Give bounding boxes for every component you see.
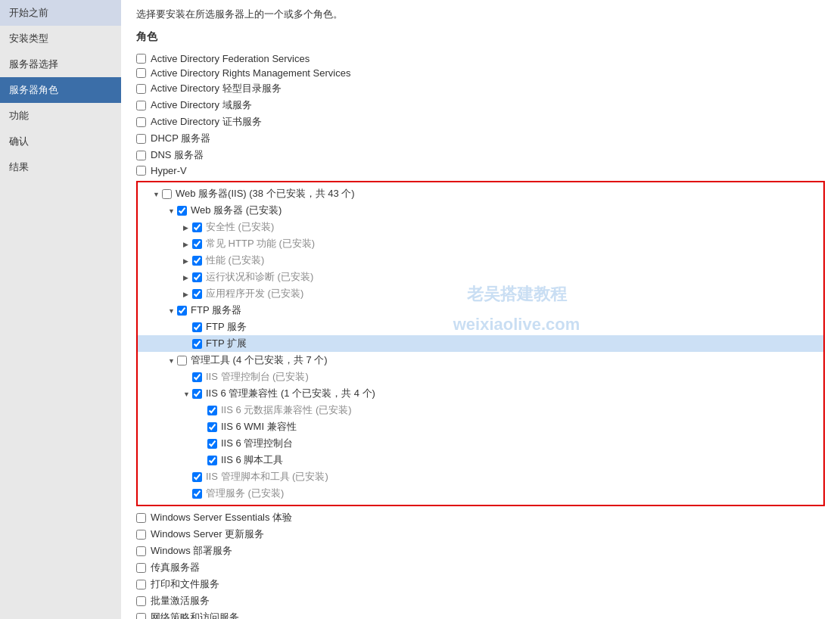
iis6-meta-checkbox[interactable] xyxy=(207,406,217,415)
iis6-compat-checkbox[interactable] xyxy=(192,389,202,399)
role-print-checkbox[interactable] xyxy=(136,580,146,589)
role-wds-checkbox[interactable] xyxy=(136,546,146,556)
role-nps[interactable]: 网络策略和访问服务 xyxy=(136,609,825,619)
iis6-mgmt-console-checkbox[interactable] xyxy=(207,439,217,449)
ftp-service-checkbox[interactable] xyxy=(192,322,202,332)
role-ad-lightweight[interactable]: Active Directory 轻型目录服务 xyxy=(136,80,825,97)
role-wsus-checkbox[interactable] xyxy=(136,530,146,540)
ftp-ext-row[interactable]: FTP 扩展 xyxy=(138,335,823,352)
web-server-checkbox[interactable] xyxy=(177,206,187,216)
mgmt-header[interactable]: 管理工具 (4 个已安装，共 7 个) xyxy=(138,352,823,369)
iis6-compat-expand-icon xyxy=(183,390,191,398)
perf-expand-icon xyxy=(183,257,191,265)
iis6-scripts-row[interactable]: IIS 6 脚本工具 xyxy=(138,452,823,468)
top-roles-list: Active Directory Federation Services Act… xyxy=(136,51,825,178)
role-ad-lightweight-checkbox[interactable] xyxy=(136,84,146,94)
iis6-meta-row[interactable]: IIS 6 元数据库兼容性 (已安装) xyxy=(138,402,823,418)
role-dns[interactable]: DNS 服务器 xyxy=(136,147,825,163)
web-server-header[interactable]: Web 服务器 (已安装) xyxy=(138,202,823,219)
sidebar-item-server-select[interactable]: 服务器选择 xyxy=(0,51,121,77)
iis-script-tools-row[interactable]: IIS 管理脚本和工具 (已安装) xyxy=(138,468,823,485)
ftp-service-row[interactable]: FTP 服务 xyxy=(138,319,823,335)
ftp-server-expand-icon xyxy=(168,306,176,315)
sidebar-item-install-type[interactable]: 安装类型 xyxy=(0,26,121,51)
role-print[interactable]: 打印和文件服务 xyxy=(136,576,825,593)
role-ad-federation[interactable]: Active Directory Federation Services xyxy=(136,51,825,66)
iis-expand-icon xyxy=(153,190,160,198)
security-checkbox[interactable] xyxy=(192,222,202,232)
role-dhcp[interactable]: DHCP 服务器 xyxy=(136,130,825,147)
health-checkbox[interactable] xyxy=(192,272,202,282)
health-expand-icon xyxy=(183,273,191,282)
role-nps-checkbox[interactable] xyxy=(136,613,146,620)
mgmt-checkbox[interactable] xyxy=(177,356,187,365)
mgmt-service-checkbox[interactable] xyxy=(192,489,202,499)
iis6-wmi-row[interactable]: IIS 6 WMI 兼容性 xyxy=(138,418,823,435)
bottom-roles-list: Windows Server Essentials 体验 Windows Ser… xyxy=(136,509,825,619)
ftp-ext-checkbox[interactable] xyxy=(192,339,202,349)
web-server-expand-icon xyxy=(168,207,176,215)
ftp-server-checkbox[interactable] xyxy=(177,306,187,316)
appdev-expand-icon xyxy=(183,290,191,298)
role-hyperv-checkbox[interactable] xyxy=(136,166,146,176)
iis6-compat-header[interactable]: IIS 6 管理兼容性 (1 个已安装，共 4 个) xyxy=(138,385,823,402)
role-wsus[interactable]: Windows Server 更新服务 xyxy=(136,526,825,543)
role-vol-activate-checkbox[interactable] xyxy=(136,596,146,606)
perf-checkbox[interactable] xyxy=(192,256,202,266)
role-win-essentials[interactable]: Windows Server Essentials 体验 xyxy=(136,509,825,526)
iis6-mgmt-console-row[interactable]: IIS 6 管理控制台 xyxy=(138,435,823,452)
iis-script-tools-checkbox[interactable] xyxy=(192,472,202,482)
role-wds[interactable]: Windows 部署服务 xyxy=(136,543,825,559)
role-ad-rights-checkbox[interactable] xyxy=(136,68,146,78)
appdev-checkbox[interactable] xyxy=(192,289,202,299)
sidebar-item-before-start[interactable]: 开始之前 xyxy=(0,0,121,26)
iis6-scripts-checkbox[interactable] xyxy=(207,456,217,465)
role-hyperv[interactable]: Hyper-V xyxy=(136,163,825,178)
iis-section: Web 服务器(IIS) (38 个已安装，共 43 个) Web 服务器 (已… xyxy=(136,181,825,506)
sidebar-item-confirm[interactable]: 确认 xyxy=(0,129,121,154)
http-row[interactable]: 常见 HTTP 功能 (已安装) xyxy=(138,235,823,252)
mgmt-service-row[interactable]: 管理服务 (已安装) xyxy=(138,485,823,502)
security-row[interactable]: 安全性 (已安装) xyxy=(138,219,823,235)
role-ad-cert-checkbox[interactable] xyxy=(136,117,146,127)
role-ad-domain-checkbox[interactable] xyxy=(136,101,146,110)
sidebar-item-features[interactable]: 功能 xyxy=(0,103,121,129)
ftp-server-header[interactable]: FTP 服务器 xyxy=(138,302,823,319)
role-ad-federation-checkbox[interactable] xyxy=(136,54,146,64)
role-ad-rights[interactable]: Active Directory Rights Management Servi… xyxy=(136,66,825,80)
role-ad-domain[interactable]: Active Directory 域服务 xyxy=(136,97,825,114)
iis-console-row[interactable]: IIS 管理控制台 (已安装) xyxy=(138,369,823,385)
mgmt-expand-icon xyxy=(168,356,176,365)
role-vol-activate[interactable]: 批量激活服务 xyxy=(136,593,825,609)
sidebar-item-server-roles[interactable]: 服务器角色 xyxy=(0,77,121,103)
perf-row[interactable]: 性能 (已安装) xyxy=(138,252,823,269)
role-dns-checkbox[interactable] xyxy=(136,151,146,160)
main-content: 老吴搭建教程 weixiaolive.com 选择要安装在所选服务器上的一个或多… xyxy=(121,0,840,619)
sidebar-item-results[interactable]: 结果 xyxy=(0,154,121,180)
iis6-wmi-checkbox[interactable] xyxy=(207,422,217,432)
http-expand-icon xyxy=(183,240,191,248)
appdev-row[interactable]: 应用程序开发 (已安装) xyxy=(138,285,823,302)
section-title: 角色 xyxy=(136,30,825,44)
role-fax-checkbox[interactable] xyxy=(136,563,146,573)
role-dhcp-checkbox[interactable] xyxy=(136,134,146,144)
http-checkbox[interactable] xyxy=(192,239,202,249)
role-fax[interactable]: 传真服务器 xyxy=(136,559,825,576)
iis-checkbox[interactable] xyxy=(162,189,172,199)
security-expand-icon xyxy=(183,223,191,232)
sidebar: 开始之前 安装类型 服务器选择 服务器角色 功能 确认 结果 xyxy=(0,0,121,619)
iis-console-checkbox[interactable] xyxy=(192,372,202,382)
health-row[interactable]: 运行状况和诊断 (已安装) xyxy=(138,269,823,285)
role-ad-cert[interactable]: Active Directory 证书服务 xyxy=(136,114,825,130)
iis-header[interactable]: Web 服务器(IIS) (38 个已安装，共 43 个) xyxy=(138,185,823,202)
role-win-essentials-checkbox[interactable] xyxy=(136,513,146,523)
page-description: 选择要安装在所选服务器上的一个或多个角色。 xyxy=(136,8,825,21)
